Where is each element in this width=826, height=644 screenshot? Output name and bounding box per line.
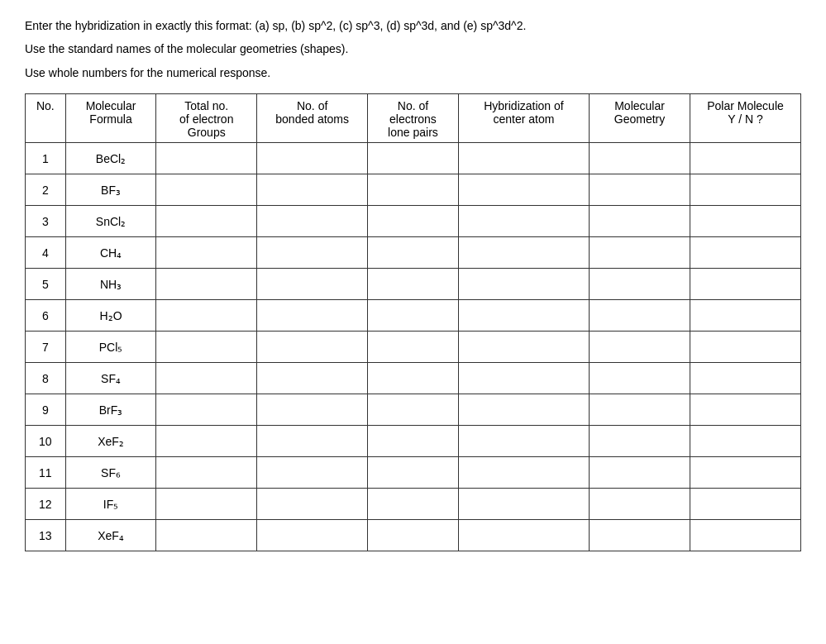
row-cell-2[interactable] [368, 457, 459, 489]
row-cell-1[interactable] [257, 269, 368, 300]
instruction-line-2: Use the standard names of the molecular … [25, 40, 801, 58]
row-cell-5[interactable] [690, 332, 800, 363]
header-total: Total no.of electronGroups [156, 94, 257, 143]
row-cell-1[interactable] [257, 363, 368, 394]
row-formula: SF₆ [65, 457, 156, 489]
row-cell-5[interactable] [690, 489, 800, 520]
row-cell-5[interactable] [690, 363, 800, 394]
row-cell-2[interactable] [368, 363, 459, 394]
row-formula: SF₄ [65, 363, 156, 394]
row-cell-1[interactable] [257, 174, 368, 206]
row-cell-0[interactable] [156, 300, 257, 332]
row-cell-4[interactable] [590, 269, 690, 300]
row-cell-3[interactable] [458, 143, 589, 174]
row-cell-3[interactable] [458, 237, 589, 269]
row-formula: XeF₄ [65, 520, 156, 551]
row-cell-1[interactable] [257, 300, 368, 332]
table-row: 1BeCl₂ [26, 143, 801, 174]
row-cell-2[interactable] [368, 426, 459, 457]
row-cell-4[interactable] [590, 143, 690, 174]
row-cell-4[interactable] [590, 332, 690, 363]
row-cell-0[interactable] [156, 457, 257, 489]
row-cell-1[interactable] [257, 394, 368, 426]
row-cell-1[interactable] [257, 332, 368, 363]
table-row: 9BrF₃ [26, 394, 801, 426]
row-cell-2[interactable] [368, 206, 459, 237]
row-cell-0[interactable] [156, 269, 257, 300]
row-cell-3[interactable] [458, 206, 589, 237]
instruction-line-3: Use whole numbers for the numerical resp… [25, 64, 801, 82]
row-cell-2[interactable] [368, 174, 459, 206]
row-cell-3[interactable] [458, 426, 589, 457]
row-number: 7 [26, 332, 66, 363]
row-cell-4[interactable] [590, 300, 690, 332]
row-cell-1[interactable] [257, 520, 368, 551]
row-cell-2[interactable] [368, 332, 459, 363]
row-cell-3[interactable] [458, 332, 589, 363]
row-cell-3[interactable] [458, 363, 589, 394]
row-cell-5[interactable] [690, 269, 800, 300]
table-row: 10XeF₂ [26, 426, 801, 457]
row-cell-5[interactable] [690, 206, 800, 237]
row-cell-1[interactable] [257, 143, 368, 174]
row-cell-5[interactable] [690, 520, 800, 551]
header-formula: MolecularFormula [65, 94, 156, 143]
row-cell-4[interactable] [590, 426, 690, 457]
header-no: No. [26, 94, 66, 143]
row-formula: IF₅ [65, 489, 156, 520]
instruction-line-1: Enter the hybridization in exactly this … [25, 17, 801, 35]
table-row: 7PCl₅ [26, 332, 801, 363]
row-cell-2[interactable] [368, 520, 459, 551]
row-cell-0[interactable] [156, 520, 257, 551]
table-row: 6H₂O [26, 300, 801, 332]
row-formula: BrF₃ [65, 394, 156, 426]
row-cell-0[interactable] [156, 489, 257, 520]
row-cell-4[interactable] [590, 363, 690, 394]
row-cell-2[interactable] [368, 300, 459, 332]
row-cell-4[interactable] [590, 174, 690, 206]
row-cell-5[interactable] [690, 174, 800, 206]
row-cell-1[interactable] [257, 237, 368, 269]
row-formula: BF₃ [65, 174, 156, 206]
row-cell-1[interactable] [257, 206, 368, 237]
row-cell-1[interactable] [257, 426, 368, 457]
row-cell-2[interactable] [368, 394, 459, 426]
row-cell-0[interactable] [156, 237, 257, 269]
row-cell-3[interactable] [458, 520, 589, 551]
row-cell-2[interactable] [368, 489, 459, 520]
row-cell-4[interactable] [590, 394, 690, 426]
row-cell-1[interactable] [257, 457, 368, 489]
row-cell-4[interactable] [590, 237, 690, 269]
row-cell-0[interactable] [156, 206, 257, 237]
row-cell-4[interactable] [590, 206, 690, 237]
row-cell-3[interactable] [458, 394, 589, 426]
row-cell-5[interactable] [690, 300, 800, 332]
row-number: 13 [26, 520, 66, 551]
row-cell-1[interactable] [257, 489, 368, 520]
row-cell-5[interactable] [690, 457, 800, 489]
row-cell-3[interactable] [458, 269, 589, 300]
row-cell-4[interactable] [590, 457, 690, 489]
row-cell-4[interactable] [590, 520, 690, 551]
row-cell-5[interactable] [690, 394, 800, 426]
row-cell-2[interactable] [368, 269, 459, 300]
row-cell-4[interactable] [590, 489, 690, 520]
row-cell-3[interactable] [458, 174, 589, 206]
row-cell-0[interactable] [156, 426, 257, 457]
row-cell-0[interactable] [156, 394, 257, 426]
row-cell-0[interactable] [156, 332, 257, 363]
row-cell-3[interactable] [458, 457, 589, 489]
row-cell-5[interactable] [690, 426, 800, 457]
row-cell-3[interactable] [458, 300, 589, 332]
table-row: 12IF₅ [26, 489, 801, 520]
row-cell-0[interactable] [156, 363, 257, 394]
row-number: 4 [26, 237, 66, 269]
row-cell-0[interactable] [156, 143, 257, 174]
row-cell-5[interactable] [690, 143, 800, 174]
row-cell-2[interactable] [368, 237, 459, 269]
row-cell-0[interactable] [156, 174, 257, 206]
row-number: 9 [26, 394, 66, 426]
row-cell-3[interactable] [458, 489, 589, 520]
row-cell-2[interactable] [368, 143, 459, 174]
row-cell-5[interactable] [690, 237, 800, 269]
